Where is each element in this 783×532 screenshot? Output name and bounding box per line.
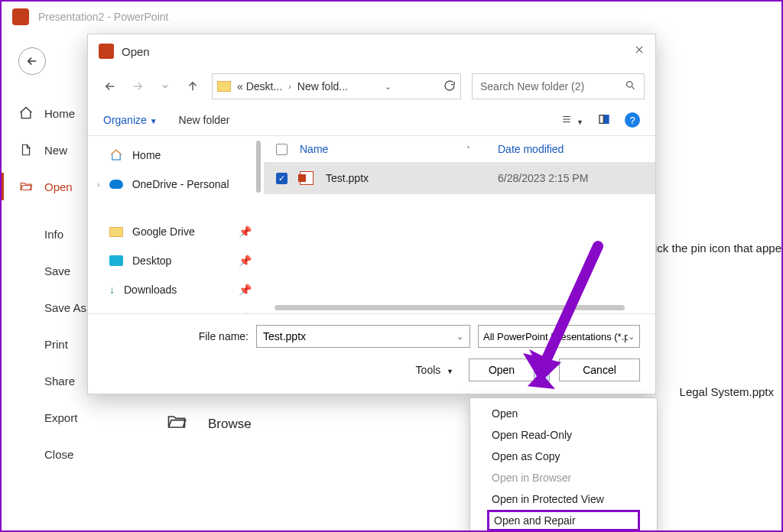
navpane-label: Home [132, 149, 161, 161]
help-button[interactable]: ? [625, 112, 640, 128]
new-folder-button[interactable]: New folder [179, 114, 230, 126]
navpane-item-downloads[interactable]: ↓ Downloads 📌 [88, 275, 264, 304]
breadcrumb-part[interactable]: New fold... [297, 80, 348, 92]
nav-up-button[interactable] [181, 75, 204, 98]
menu-item-open-protected[interactable]: Open in Protected View [470, 488, 657, 510]
svg-rect-1 [599, 115, 603, 123]
column-date[interactable]: Date modified [498, 143, 643, 155]
nav-forward-button[interactable] [126, 75, 149, 98]
file-list-pane: Name ˄ Date modified ✓ Test.pptx 6/28/20… [264, 136, 655, 313]
dialog-footer: File name: Test.pptx ⌄ All PowerPoint Pr… [88, 313, 655, 394]
titlebar: Presentation2 - PowerPoint [2, 2, 781, 32]
navpane-item-articles[interactable]: Articles 📌 [88, 304, 264, 313]
powerpoint-logo-icon [99, 44, 114, 59]
pin-icon[interactable]: 📌 [239, 284, 252, 296]
home-icon [109, 148, 123, 162]
nav-label: Info [44, 228, 63, 241]
chevron-down-icon[interactable]: ⌄ [456, 332, 463, 342]
back-button[interactable] [18, 47, 46, 75]
breadcrumb-part[interactable]: « Deskt... [237, 80, 282, 92]
chevron-down-icon: ▼ [447, 368, 453, 375]
nav-label: Print [44, 338, 68, 351]
chevron-down-icon: ▼ [150, 117, 158, 125]
column-headers: Name ˄ Date modified [264, 136, 655, 162]
svg-rect-2 [605, 115, 609, 123]
file-name-label: File name: [103, 330, 249, 342]
nav-close[interactable]: Close [18, 436, 132, 472]
file-list-scrollbar[interactable] [275, 305, 625, 310]
menu-item-open-as-copy[interactable]: Open as Copy [470, 446, 657, 467]
pin-icon[interactable]: 📌 [239, 225, 252, 238]
nav-label: Save As [44, 301, 86, 314]
chevron-right-icon[interactable]: › [97, 180, 100, 189]
navpane-item-desktop[interactable]: Desktop 📌 [88, 246, 264, 275]
file-checkbox[interactable]: ✓ [276, 173, 288, 184]
search-placeholder: Search New folder (2) [480, 80, 584, 92]
nav-recent-dropdown[interactable] [154, 75, 177, 98]
folder-icon [109, 227, 123, 237]
window-title: Presentation2 - PowerPoint [38, 11, 168, 23]
navpane-item-home[interactable]: Home [88, 141, 264, 170]
nav-label: Save [44, 264, 70, 277]
open-dialog: Open « Deskt... › New fold... ⌄ Search N… [87, 34, 656, 394]
navpane-label: Desktop [132, 255, 171, 267]
navpane-label: Downloads [124, 284, 177, 296]
folder-open-icon [164, 411, 190, 436]
tools-menu[interactable]: Tools ▼ [416, 364, 453, 376]
dialog-title: Open [122, 45, 150, 58]
select-all-checkbox[interactable] [276, 144, 288, 155]
desktop-icon [109, 255, 123, 266]
dialog-navpane: Home › OneDrive - Personal Google Drive … [88, 136, 264, 313]
organize-menu[interactable]: Organize ▼ [103, 114, 158, 126]
dialog-nav-row: « Deskt... › New fold... ⌄ Search New fo… [88, 68, 655, 105]
browse-row[interactable]: Browse [164, 411, 252, 436]
file-name-input[interactable]: Test.pptx ⌄ [256, 325, 470, 348]
nav-label: New [44, 144, 67, 157]
close-button[interactable] [634, 44, 645, 58]
navpane-item-onedrive[interactable]: › OneDrive - Personal [88, 170, 264, 199]
chevron-down-icon[interactable]: ⌄ [385, 82, 392, 92]
svg-point-0 [627, 82, 633, 88]
pin-icon[interactable]: 📌 [239, 255, 252, 267]
open-dropdown-button[interactable]: ▼ [534, 359, 549, 381]
file-name: Test.pptx [326, 172, 486, 184]
navpane-scrollbar[interactable] [256, 141, 261, 193]
sort-indicator-icon: ˄ [466, 145, 470, 154]
file-type-dropdown[interactable]: All PowerPoint Presentations (*.p ⌄ [478, 325, 640, 348]
nav-export[interactable]: Export [18, 399, 132, 436]
column-name[interactable]: Name [300, 143, 454, 155]
pin-hint-text: Click the pin icon that appe [644, 242, 781, 255]
open-split-button[interactable]: Open ▼ [469, 358, 550, 381]
menu-item-open-in-browser: Open in Browser [470, 467, 657, 488]
search-input[interactable]: Search New folder (2) [472, 73, 645, 99]
nav-label: Export [44, 411, 77, 424]
cancel-button[interactable]: Cancel [559, 358, 640, 381]
navpane-item-google-drive[interactable]: Google Drive 📌 [88, 217, 264, 246]
navpane-label: Google Drive [132, 225, 195, 238]
menu-item-open[interactable]: Open [470, 403, 657, 424]
open-button-label: Open [469, 364, 534, 376]
browse-label: Browse [208, 417, 252, 432]
nav-back-button[interactable] [99, 75, 122, 98]
dialog-titlebar: Open [88, 34, 655, 68]
menu-item-open-read-only[interactable]: Open Read-Only [470, 424, 657, 446]
nav-label: Open [44, 180, 73, 193]
refresh-button[interactable] [443, 79, 456, 94]
file-row[interactable]: ✓ Test.pptx 6/28/2023 2:15 PM [264, 162, 655, 194]
open-icon [18, 179, 34, 194]
file-name-value: Test.pptx [263, 330, 306, 342]
chevron-right-icon: › [288, 82, 291, 91]
menu-item-open-and-repair[interactable]: Open and Repair [487, 510, 640, 531]
nav-label: Home [44, 107, 75, 120]
file-date: 6/28/2023 2:15 PM [498, 172, 643, 184]
view-menu[interactable]: ▼ [560, 114, 583, 127]
powerpoint-logo-icon [12, 8, 29, 25]
folder-icon [217, 81, 231, 92]
dialog-toolbar: Organize ▼ New folder ▼ ? [88, 105, 655, 135]
preview-toggle[interactable] [597, 113, 611, 128]
pin-icon[interactable]: 📌 [239, 313, 252, 313]
recent-file[interactable]: Legal System.pptx [680, 385, 774, 398]
file-type-value: All PowerPoint Presentations (*.p [483, 331, 628, 342]
address-bar[interactable]: « Deskt... › New fold... ⌄ [212, 73, 461, 99]
cloud-icon [109, 180, 123, 189]
